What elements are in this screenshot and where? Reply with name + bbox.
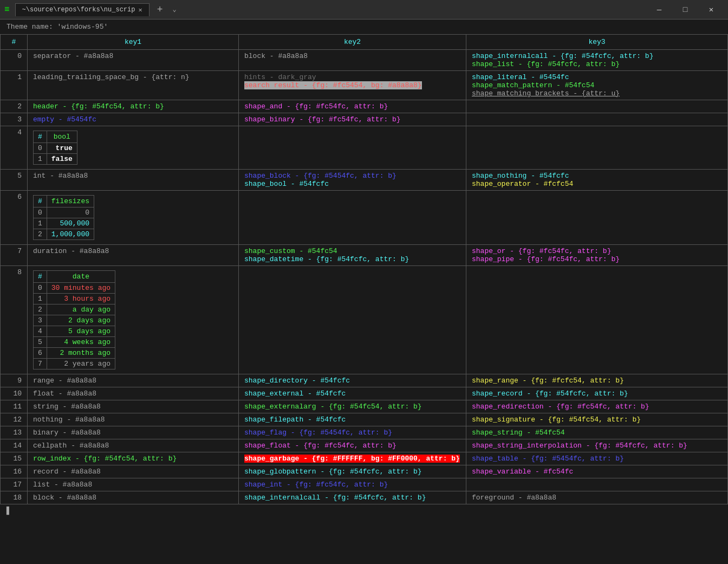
table-row: 7 duration - #a8a8a8 shape_custom - #54f… bbox=[1, 245, 728, 266]
inner-idx: 5 bbox=[34, 337, 47, 348]
cell-text: shape_external - #54fcfc bbox=[244, 390, 346, 398]
cell-text: string - #a8a8a8 bbox=[33, 403, 101, 411]
cell-text: shape_nothing - #54fcfc bbox=[472, 172, 569, 180]
row-num: 15 bbox=[1, 452, 28, 465]
cell-key3: shape_record - {fg: #54fcfc, attr: b} bbox=[466, 387, 728, 400]
cell-key3: shape_nothing - #54fcfc shape_operator -… bbox=[466, 170, 728, 191]
cell-key2: shape_and - {fg: #fc54fc, attr: b} bbox=[239, 100, 466, 113]
close-button[interactable]: ✕ bbox=[699, 2, 724, 17]
cell-key3: shape_literal - #5454fc shape_match_patt… bbox=[466, 71, 728, 100]
cell-key3: shape_string - #54fc54 bbox=[466, 426, 728, 439]
cell-text: shape_matching_brackets - {attr: u} bbox=[472, 89, 620, 98]
cell-text: search result - {fg: #fc5454, bg: #a8a8a… bbox=[244, 81, 422, 89]
inner-col-bool: bool bbox=[47, 131, 77, 143]
inner-col-filesizes: filesizes bbox=[47, 196, 94, 208]
row-num: 8 bbox=[1, 266, 28, 374]
cell-key3: foreground - #a8a8a8 bbox=[466, 491, 728, 504]
inner-row: 5 4 weeks ago bbox=[34, 337, 115, 348]
cell-text: float - #a8a8a8 bbox=[33, 390, 96, 398]
table-row: 12 nothing - #a8a8a8 shape_filepath - #5… bbox=[1, 413, 728, 426]
row-num: 13 bbox=[1, 426, 28, 439]
row-num: 0 bbox=[1, 50, 28, 71]
cell-key3: shape_redirection - {fg: #fc54fc, attr: … bbox=[466, 400, 728, 413]
titlebar: ≡ ~\source\repos\forks\nu_scrip ✕ + ⌄ — … bbox=[0, 0, 728, 20]
cell-text: foreground - #a8a8a8 bbox=[472, 494, 556, 502]
cell-text: shape_internalcall - {fg: #54fcfc, attr:… bbox=[244, 494, 426, 502]
cell-key1: row_index - {fg: #54fc54, attr: b} bbox=[28, 452, 239, 465]
cell-key3: shape_internalcall - {fg: #54fcfc, attr:… bbox=[466, 50, 728, 71]
cell-key1: cellpath - #a8a8a8 bbox=[28, 439, 239, 452]
col-header-key2: key2 bbox=[239, 35, 466, 50]
cell-text: leading_trailing_space_bg - {attr: n} bbox=[33, 73, 190, 81]
row-num: 7 bbox=[1, 245, 28, 266]
cell-text: int - #a8a8a8 bbox=[33, 172, 88, 180]
terminal-tab[interactable]: ~\source\repos\forks\nu_scrip ✕ bbox=[15, 3, 150, 16]
table-row: 17 list - #a8a8a8 shape_int - {fg: #fc54… bbox=[1, 478, 728, 491]
cell-text: block - #a8a8a8 bbox=[244, 52, 308, 60]
cell-text: shape_internalcall - {fg: #54fcfc, attr:… bbox=[472, 52, 653, 60]
bool-table: # bool 0 true 1 false bbox=[33, 131, 77, 165]
cell-key2: shape_external - #54fcfc bbox=[239, 387, 466, 400]
cell-key2: shape_block - {fg: #5454fc, attr: b} sha… bbox=[239, 170, 466, 191]
cell-key1: empty - #5454fc bbox=[28, 113, 239, 126]
inner-idx: 2 bbox=[34, 304, 47, 315]
inner-row: 0 30 minutes ago bbox=[34, 283, 115, 294]
maximize-button[interactable]: □ bbox=[673, 2, 698, 17]
table-row: 11 string - #a8a8a8 shape_externalarg - … bbox=[1, 400, 728, 413]
cell-key2: shape_internalcall - {fg: #54fcfc, attr:… bbox=[239, 491, 466, 504]
cell-text: shape_float - {fg: #fc54fc, attr: b} bbox=[244, 442, 396, 450]
table-row: 6 # filesizes 0 0 bbox=[1, 191, 728, 245]
cell-text: shape_and - {fg: #fc54fc, attr: b} bbox=[244, 102, 388, 111]
inner-row: 2 1,000,000 bbox=[34, 229, 94, 240]
cell-text: shape_custom - #54fc54 bbox=[244, 247, 337, 255]
cell-key2: shape_externalarg - {fg: #54fc54, attr: … bbox=[239, 400, 466, 413]
inner-val: 1,000,000 bbox=[47, 229, 94, 240]
cell-text: binary - #a8a8a8 bbox=[33, 429, 101, 437]
inner-idx: 1 bbox=[34, 294, 47, 304]
inner-row: 3 2 days ago bbox=[34, 315, 115, 326]
tab-label: ~\source\repos\forks\nu_scrip bbox=[22, 6, 135, 14]
cell-key1: list - #a8a8a8 bbox=[28, 478, 239, 491]
cell-key2: block - #a8a8a8 bbox=[239, 50, 466, 71]
cell-key1: int - #a8a8a8 bbox=[28, 170, 239, 191]
table-row: 9 range - #a8a8a8 shape_directory - #54f… bbox=[1, 374, 728, 387]
cell-text: header - {fg: #54fc54, attr: b} bbox=[33, 102, 164, 111]
cell-key3 bbox=[466, 266, 728, 374]
inner-idx: 0 bbox=[34, 283, 47, 294]
inner-row: 0 true bbox=[34, 143, 77, 154]
cell-text: list - #a8a8a8 bbox=[33, 481, 92, 489]
row-num: 12 bbox=[1, 413, 28, 426]
main-table: # key1 key2 key3 0 separator - #a8a8a8 b… bbox=[0, 34, 728, 504]
cell-text: shape_redirection - {fg: #fc54fc, attr: … bbox=[472, 403, 649, 411]
row-num: 5 bbox=[1, 170, 28, 191]
inner-row: 0 0 bbox=[34, 208, 94, 218]
inner-row: 7 2 years ago bbox=[34, 359, 115, 369]
table-row: 16 record - #a8a8a8 shape_globpattern - … bbox=[1, 465, 728, 478]
cursor-line: ▋ bbox=[0, 504, 728, 517]
inner-col-hash: # bbox=[34, 131, 47, 143]
tab-close[interactable]: ✕ bbox=[138, 6, 142, 14]
cell-key3: shape_string_interpolation - {fg: #54fcf… bbox=[466, 439, 728, 452]
inner-val: false bbox=[47, 154, 77, 165]
tab-dropdown[interactable]: ⌄ bbox=[171, 5, 179, 14]
inner-val: 5 days ago bbox=[47, 326, 115, 337]
cell-text: cellpath - #a8a8a8 bbox=[33, 442, 109, 450]
inner-val: 500,000 bbox=[47, 218, 94, 229]
inner-row: 2 a day ago bbox=[34, 304, 115, 315]
cell-key3 bbox=[466, 100, 728, 113]
inner-idx: 3 bbox=[34, 315, 47, 326]
cell-key3 bbox=[466, 126, 728, 170]
cell-key1: duration - #a8a8a8 bbox=[28, 245, 239, 266]
cell-key2: shape_flag - {fg: #5454fc, attr: b} bbox=[239, 426, 466, 439]
cell-key2: shape_int - {fg: #fc54fc, attr: b} bbox=[239, 478, 466, 491]
row-num: 10 bbox=[1, 387, 28, 400]
cell-key1: record - #a8a8a8 bbox=[28, 465, 239, 478]
row-num: 14 bbox=[1, 439, 28, 452]
cell-text: nothing - #a8a8a8 bbox=[33, 416, 105, 424]
cell-key1: # filesizes 0 0 1 500,000 bbox=[28, 191, 239, 245]
row-num: 9 bbox=[1, 374, 28, 387]
cell-text: block - #a8a8a8 bbox=[33, 494, 96, 502]
cell-text: shape_operator - #fcfc54 bbox=[472, 180, 573, 188]
minimize-button[interactable]: — bbox=[647, 2, 672, 17]
new-tab-button[interactable]: + bbox=[153, 4, 167, 15]
